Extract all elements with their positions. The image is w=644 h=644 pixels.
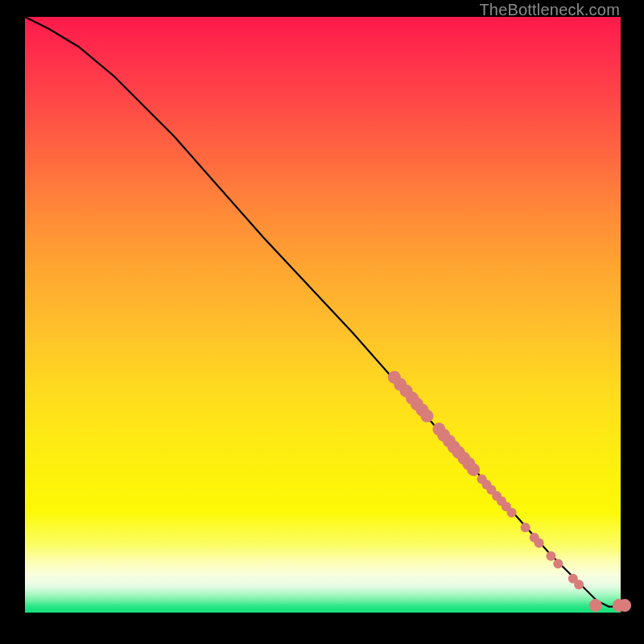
- marker-point: [507, 508, 517, 518]
- marker-point: [589, 599, 602, 612]
- marker-point: [553, 559, 563, 568]
- marker-point: [421, 410, 434, 423]
- marker-point: [574, 580, 584, 589]
- marker-point: [546, 551, 555, 561]
- marker-point: [618, 599, 631, 612]
- marker-point: [521, 522, 530, 532]
- chart-svg: [25, 17, 621, 613]
- marker-point: [467, 463, 480, 476]
- chart-container: TheBottleneck.com: [0, 0, 644, 644]
- marker-group: [388, 371, 631, 612]
- watermark-text: TheBottleneck.com: [479, 1, 620, 19]
- curve-line: [25, 17, 621, 607]
- marker-point: [535, 538, 544, 547]
